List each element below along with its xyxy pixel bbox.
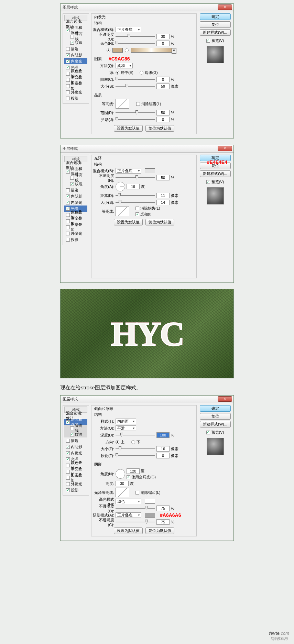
depth-input[interactable]: 100 bbox=[156, 432, 170, 438]
checkbox-icon[interactable] bbox=[66, 29, 70, 32]
gloss-contour-picker[interactable] bbox=[116, 488, 129, 497]
checkbox-icon[interactable] bbox=[66, 201, 70, 204]
contour-picker[interactable] bbox=[116, 99, 129, 109]
dir-up-radio[interactable] bbox=[116, 440, 119, 444]
soften-slider[interactable] bbox=[116, 453, 155, 458]
reset-button[interactable]: 复位 bbox=[200, 21, 231, 28]
antialias-checkbox[interactable] bbox=[135, 491, 139, 495]
checkbox-icon[interactable] bbox=[66, 170, 70, 174]
choke-slider[interactable] bbox=[116, 77, 155, 82]
checkbox-icon[interactable] bbox=[66, 195, 70, 198]
size-slider[interactable] bbox=[116, 200, 155, 205]
color-radio[interactable] bbox=[107, 48, 110, 52]
contour-sub-item[interactable]: 等高线 bbox=[64, 175, 87, 181]
checkbox-icon[interactable] bbox=[66, 225, 70, 229]
dir-down-radio[interactable] bbox=[131, 440, 135, 444]
drop-shadow-item[interactable]: 投影 bbox=[64, 487, 87, 493]
checkbox-icon[interactable] bbox=[66, 232, 70, 235]
angle-wheel[interactable] bbox=[116, 469, 125, 479]
checkbox-icon[interactable] bbox=[66, 78, 70, 82]
color-swatch[interactable] bbox=[145, 168, 155, 173]
size-input[interactable]: 59 bbox=[156, 84, 170, 89]
shadow-opacity-input[interactable]: 75 bbox=[156, 519, 170, 525]
close-button[interactable]: × bbox=[218, 146, 232, 151]
checkbox-icon[interactable] bbox=[70, 433, 74, 436]
reset-default-button[interactable]: 复位为默认值 bbox=[145, 125, 174, 132]
noise-input[interactable]: 0 bbox=[156, 41, 170, 46]
checkbox-icon[interactable] bbox=[66, 59, 70, 63]
ok-button[interactable]: 确定 bbox=[200, 13, 231, 20]
stroke-item[interactable]: 描边 bbox=[64, 437, 87, 444]
highlight-mode-dropdown[interactable]: 滤色 bbox=[116, 499, 141, 504]
invert-checkbox[interactable] bbox=[135, 212, 139, 216]
checkbox-icon[interactable] bbox=[66, 53, 70, 57]
checkbox-icon[interactable] bbox=[66, 213, 70, 217]
checkbox-icon[interactable] bbox=[66, 464, 70, 467]
checkbox-icon[interactable] bbox=[66, 488, 70, 492]
reset-default-button[interactable]: 复位为默认值 bbox=[145, 219, 174, 225]
highlight-color-swatch[interactable] bbox=[145, 499, 155, 504]
checkbox-icon[interactable] bbox=[66, 470, 70, 474]
checkbox-icon[interactable] bbox=[66, 188, 70, 192]
checkbox-icon[interactable] bbox=[66, 66, 70, 69]
noise-slider[interactable] bbox=[116, 41, 155, 46]
reset-default-button[interactable]: 复位为默认值 bbox=[145, 528, 174, 534]
checkbox-icon[interactable] bbox=[66, 72, 70, 76]
source-center-radio[interactable] bbox=[116, 71, 119, 75]
new-style-button[interactable]: 新建样式(W)... bbox=[200, 421, 231, 428]
checkbox-icon[interactable] bbox=[66, 90, 70, 94]
pattern-overlay-item[interactable]: 图案叠加 bbox=[64, 83, 87, 89]
jitter-slider[interactable] bbox=[116, 117, 155, 122]
inner-shadow-item[interactable]: 内阴影 bbox=[64, 444, 87, 450]
new-style-button[interactable]: 新建样式(W)... bbox=[200, 29, 231, 36]
checkbox-icon[interactable] bbox=[66, 97, 70, 100]
depth-slider[interactable] bbox=[116, 433, 155, 437]
drop-shadow-item[interactable]: 投影 bbox=[64, 95, 87, 101]
inner-glow-item[interactable]: 内发光 bbox=[64, 199, 87, 206]
antialias-checkbox[interactable] bbox=[136, 102, 140, 106]
checkbox-icon[interactable] bbox=[66, 219, 70, 223]
checkbox-icon[interactable] bbox=[66, 457, 70, 461]
contour-sub-item[interactable]: 等高线 bbox=[64, 425, 87, 431]
checkbox-icon[interactable] bbox=[70, 176, 74, 180]
checkbox-icon[interactable] bbox=[66, 207, 70, 211]
titlebar[interactable]: 图层样式 × bbox=[61, 145, 233, 153]
checkbox-icon[interactable] bbox=[66, 476, 70, 480]
size-slider[interactable] bbox=[116, 446, 155, 451]
jitter-input[interactable]: 0 bbox=[156, 117, 170, 122]
checkbox-icon[interactable] bbox=[66, 420, 70, 424]
contour-sub-item[interactable]: 等高线 bbox=[64, 33, 87, 40]
inner-shadow-item[interactable]: 内阴影 bbox=[64, 52, 87, 58]
size-input[interactable]: 14 bbox=[156, 200, 170, 205]
contour-picker[interactable] bbox=[116, 207, 129, 216]
checkbox-icon[interactable] bbox=[70, 41, 74, 45]
preview-checkbox[interactable] bbox=[206, 180, 210, 184]
close-button[interactable]: × bbox=[218, 4, 232, 10]
titlebar[interactable]: 图层样式 × bbox=[61, 4, 233, 11]
angle-input[interactable]: 120 bbox=[127, 468, 140, 474]
checkbox-icon[interactable] bbox=[70, 182, 74, 186]
checkbox-icon[interactable] bbox=[66, 482, 70, 486]
checkbox-icon[interactable] bbox=[66, 47, 70, 51]
source-edge-radio[interactable] bbox=[140, 71, 143, 75]
inner-glow-item[interactable]: 内发光 bbox=[64, 58, 87, 64]
opacity-slider[interactable] bbox=[116, 34, 155, 39]
highlight-opacity-input[interactable]: 75 bbox=[156, 506, 170, 511]
titlebar[interactable]: 图层样式 × bbox=[61, 396, 233, 403]
size-input[interactable]: 16 bbox=[156, 446, 170, 452]
blend-mode-dropdown[interactable]: 正片叠底 bbox=[116, 168, 141, 174]
style-dropdown[interactable]: 内斜面 bbox=[116, 419, 136, 424]
method-dropdown[interactable]: 柔和 bbox=[116, 63, 133, 68]
distance-input[interactable]: 11 bbox=[156, 193, 170, 198]
soften-input[interactable]: 0 bbox=[156, 453, 170, 458]
reset-button[interactable]: 复位 bbox=[200, 413, 231, 420]
ok-button[interactable]: 确定 bbox=[200, 405, 231, 412]
method-dropdown[interactable]: 平滑 bbox=[116, 425, 136, 431]
stroke-item[interactable]: 描边 bbox=[64, 46, 87, 52]
global-light-checkbox[interactable] bbox=[127, 475, 130, 479]
highlight-opacity-slider[interactable] bbox=[116, 506, 155, 511]
gradient-picker[interactable] bbox=[131, 48, 172, 53]
checkbox-icon[interactable] bbox=[66, 439, 70, 443]
set-default-button[interactable]: 设置为默认值 bbox=[114, 528, 143, 534]
shadow-color-swatch[interactable] bbox=[145, 513, 155, 518]
